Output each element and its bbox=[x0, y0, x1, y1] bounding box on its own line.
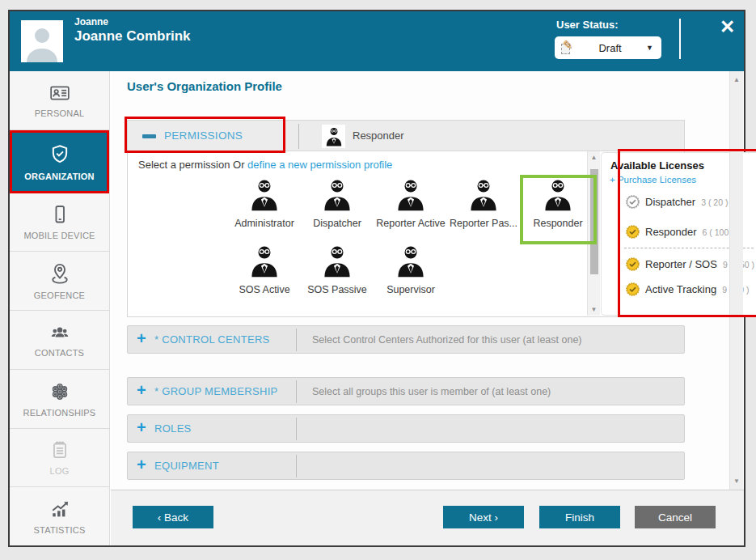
sidebar-item-label: GEOFENCE bbox=[34, 291, 85, 300]
scroll-down-icon[interactable]: ▼ bbox=[730, 477, 743, 485]
avatar-placeholder-icon bbox=[21, 20, 63, 62]
section-label: EQUIPMENT bbox=[154, 460, 219, 472]
section-control-centers[interactable]: + * CONTROL CENTERS Select Control Cente… bbox=[127, 325, 685, 354]
shield-check-icon bbox=[49, 142, 71, 167]
permission-option-label: Administrator bbox=[227, 218, 302, 229]
section-group-membership[interactable]: + * GROUP MEMBERSHIP Select all groups t… bbox=[127, 377, 685, 405]
sidebar-item-label: ORGANIZATION bbox=[24, 172, 95, 181]
close-icon[interactable]: ✕ bbox=[720, 16, 735, 38]
main-content: User's Organization Profile PERMISSIONS … bbox=[111, 71, 729, 490]
permission-option-label: Supervisor bbox=[374, 284, 448, 295]
sidebar-item-geofence[interactable]: GEOFENCE bbox=[10, 252, 109, 311]
user-status-value: Draft bbox=[574, 42, 646, 54]
sidebar-item-organization[interactable]: ORGANIZATION bbox=[10, 130, 109, 193]
draft-pencil-icon: ✎ bbox=[561, 41, 574, 54]
agent-icon bbox=[319, 177, 355, 213]
permission-option-label: Reporter Active bbox=[374, 218, 448, 229]
page-title: User's Organization Profile bbox=[127, 79, 282, 93]
purchase-licenses-link[interactable]: + Purchase Licenses bbox=[610, 175, 696, 185]
permission-hint: Select a permission Or define a new perm… bbox=[138, 159, 392, 171]
agent-icon bbox=[466, 177, 501, 213]
section-description: Select all groups this user is member of… bbox=[312, 386, 551, 397]
scroll-down-icon[interactable]: ▼ bbox=[588, 306, 600, 313]
smartphone-icon bbox=[49, 203, 70, 226]
agent-icon bbox=[393, 244, 429, 279]
permission-option-sos-active[interactable]: SOS Active bbox=[227, 244, 302, 295]
agent-icon bbox=[319, 244, 355, 279]
cancel-button[interactable]: Cancel bbox=[635, 506, 716, 528]
sidebar-item-contacts[interactable]: CONTACTS bbox=[10, 311, 109, 370]
user-profile-dialog: Joanne Joanne Combrink User Status: ✎ Dr… bbox=[8, 10, 745, 547]
user-first-name: Joanne bbox=[74, 16, 108, 28]
permission-hint-text: Select a permission Or bbox=[138, 159, 247, 171]
permission-option-label: SOS Active bbox=[227, 284, 302, 295]
sidebar-item-statistics[interactable]: STATISTICS bbox=[10, 487, 109, 545]
license-name: Responder bbox=[645, 226, 697, 238]
sidebar-item-label: LOG bbox=[50, 466, 70, 476]
permission-option-reporter-active[interactable]: Reporter Active bbox=[374, 177, 448, 229]
section-divider bbox=[296, 455, 297, 477]
permission-option-responder[interactable]: Responder bbox=[521, 177, 595, 229]
chevron-down-icon: ▼ bbox=[646, 44, 653, 52]
agent-icon bbox=[393, 177, 429, 213]
permission-option-sos-passive[interactable]: SOS Passive bbox=[300, 244, 374, 295]
agent-icon bbox=[247, 177, 282, 213]
scrollbar-thumb[interactable] bbox=[590, 169, 598, 274]
license-item-responder: Responder 6 ( 100 ) bbox=[626, 225, 734, 239]
people-group-icon bbox=[48, 322, 72, 343]
user-status-label: User Status: bbox=[556, 19, 619, 31]
license-name: Active Tracking bbox=[645, 283, 716, 295]
license-badge-icon bbox=[626, 282, 640, 296]
license-name: Reporter / SOS bbox=[645, 258, 717, 270]
section-description: Select Control Centers Authorized for th… bbox=[312, 334, 582, 346]
responder-agent-icon bbox=[323, 126, 344, 147]
permission-option-reporter-passive[interactable]: Reporter Pas... bbox=[446, 177, 521, 229]
expand-plus-icon: + bbox=[137, 418, 146, 437]
expand-plus-icon: + bbox=[137, 456, 146, 474]
permission-option-label: Dispatcher bbox=[300, 218, 374, 229]
expand-plus-icon: + bbox=[137, 381, 146, 400]
define-permission-profile-link[interactable]: define a new permission profile bbox=[247, 159, 392, 171]
license-count: 3 ( 20 ) bbox=[701, 197, 728, 207]
scroll-up-icon[interactable]: ▲ bbox=[588, 154, 600, 161]
finish-button[interactable]: Finish bbox=[539, 506, 620, 528]
footer-bar: ‹ Back Next › Finish Cancel bbox=[111, 490, 744, 545]
license-item-dispatcher: Dispatcher 3 ( 20 ) bbox=[626, 195, 728, 209]
section-equipment[interactable]: + EQUIPMENT bbox=[127, 452, 685, 480]
header-bar-divider bbox=[298, 124, 299, 149]
permissions-section-header[interactable]: PERMISSIONS Responder bbox=[127, 120, 685, 151]
permissions-scrollbar[interactable]: ▲ ▼ bbox=[587, 151, 600, 316]
expand-plus-icon: + bbox=[137, 329, 146, 348]
scroll-up-icon[interactable]: ▲ bbox=[730, 76, 743, 83]
user-status-dropdown[interactable]: ✎ Draft ▼ bbox=[555, 36, 661, 59]
notepad-icon bbox=[49, 439, 70, 461]
permission-option-supervisor[interactable]: Supervisor bbox=[374, 244, 448, 295]
sidebar-item-mobile-device[interactable]: MOBILE DEVICE bbox=[10, 193, 109, 252]
sidebar-item-label: PERSONAL bbox=[35, 108, 85, 118]
sidebar-item-relationships[interactable]: RELATIONSHIPS bbox=[10, 370, 109, 429]
sidebar-item-log[interactable]: LOG bbox=[10, 429, 109, 488]
next-button[interactable]: Next › bbox=[443, 506, 524, 528]
permission-option-administrator[interactable]: Administrator bbox=[227, 177, 302, 229]
section-roles[interactable]: + ROLES bbox=[127, 414, 685, 443]
collapse-minus-icon bbox=[142, 134, 156, 138]
bar-chart-icon bbox=[48, 498, 72, 520]
back-button[interactable]: ‹ Back bbox=[133, 506, 213, 528]
content-scrollbar[interactable]: ▲ ▼ bbox=[729, 71, 743, 490]
section-label: ROLES bbox=[154, 422, 192, 435]
user-full-name: Joanne Combrink bbox=[74, 28, 191, 45]
sidebar-item-label: MOBILE DEVICE bbox=[23, 231, 95, 240]
node-cluster-icon bbox=[49, 380, 71, 403]
sidebar-item-personal[interactable]: PERSONAL bbox=[10, 71, 109, 130]
license-badge-icon bbox=[626, 195, 640, 209]
map-pin-icon bbox=[49, 261, 71, 286]
sidebar-item-label: CONTACTS bbox=[35, 348, 84, 358]
section-divider bbox=[296, 418, 297, 440]
permission-option-dispatcher[interactable]: Dispatcher bbox=[300, 177, 374, 229]
license-badge-icon bbox=[626, 225, 640, 239]
agent-icon bbox=[247, 244, 282, 279]
section-label: * GROUP MEMBERSHIP bbox=[154, 385, 278, 397]
permission-option-label: SOS Passive bbox=[300, 284, 374, 295]
avatar bbox=[21, 20, 63, 62]
selected-permission-tab[interactable] bbox=[322, 125, 345, 148]
